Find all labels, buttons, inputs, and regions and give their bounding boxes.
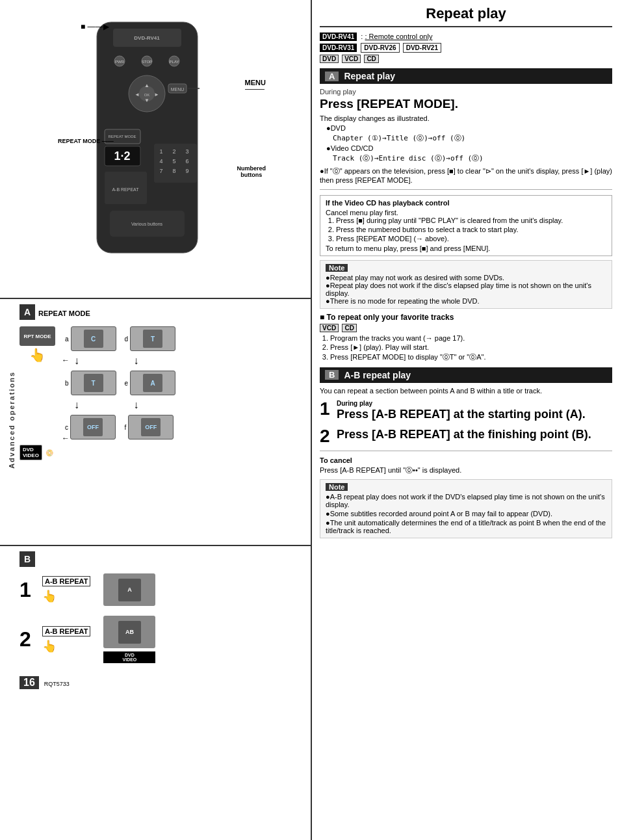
sub-text: The display changes as illustrated. — [320, 114, 612, 122]
repeat-mode-arrow-label: REPEAT MODE —— — [58, 138, 114, 144]
dvd-flow: Chapter (①)→Title (⓪)→off (⓪) — [333, 133, 612, 143]
section-b-diagrams: B 1 A-B REPEAT 👆 A 2 A-B REPEAT 👆 — [0, 546, 311, 694]
section-b-heading: A-B repeat play — [344, 370, 411, 380]
svg-text:A-B REPEAT: A-B REPEAT — [112, 187, 139, 192]
note-repeat-mode: ●If "⓪" appears on the television, press… — [320, 166, 612, 184]
info-list: Press [■] during play until "PBC PLAY" i… — [336, 217, 606, 243]
note-title-b: Note — [326, 483, 348, 491]
model-suffix: : : Remote control only — [361, 33, 432, 40]
model-row-2: DVD-RV31 DVD-RV26 DVD-RV21 — [320, 43, 612, 53]
svg-text:STOP: STOP — [142, 60, 152, 64]
remote-section: DVD-RV41 PWR STOP PLAY ▲ ▼ ◄ ► OK MENU — [0, 0, 311, 299]
step-b-1: 1 During play Press [A-B REPEAT] at the … — [320, 400, 612, 422]
note-box-a: Note ●Repeat play may not work as desire… — [320, 260, 612, 309]
svg-text:1·2: 1·2 — [114, 150, 130, 163]
info-item-2: Press the numbered buttons to select a t… — [336, 226, 606, 233]
svg-text:1: 1 — [159, 148, 162, 155]
menu-arrow-label: MENU — [245, 79, 266, 90]
svg-text:◄: ◄ — [135, 92, 140, 98]
note-item-3: ●There is no mode for repeating the whol… — [326, 297, 606, 305]
repeat-mode-heading: REPEAT MODE — [38, 309, 90, 317]
section-b-box: B — [19, 551, 35, 567]
svg-text:5: 5 — [172, 158, 175, 164]
note-b-item-2: ●Some subtitles recorded around point A … — [326, 510, 606, 518]
svg-text:Various buttons: Various buttons — [131, 222, 163, 226]
fav-vcd: VCD — [320, 324, 339, 332]
format-dvd: DVD — [320, 55, 339, 63]
step-b-2: 2 Press [A-B REPEAT] at the finishing po… — [320, 427, 612, 445]
info-item-1: Press [■] during play until "PBC PLAY" i… — [336, 217, 606, 224]
svg-text:OK: OK — [144, 93, 150, 97]
model-row-1: DVD-RV41 : : Remote control only — [320, 33, 612, 41]
section-a-header: A Repeat play — [320, 68, 612, 84]
vcd-flow: Track (⓪)→Entire disc (⓪)→off (⓪) — [333, 153, 612, 163]
section-a-letter: A — [325, 72, 339, 81]
svg-text:▲: ▲ — [144, 83, 149, 88]
to-cancel-text: Press [A-B REPEAT] until "⓪••" is displa… — [320, 466, 612, 475]
big-instruction: Press [REPEAT MODE]. — [320, 97, 612, 112]
step-b-2-text: Press [A-B REPEAT] at the finishing poin… — [337, 427, 612, 442]
to-cancel-label: To cancel — [320, 456, 612, 464]
note-item-2: ●Repeat play does not work if the disc's… — [326, 282, 606, 297]
note-title-a: Note — [326, 264, 348, 272]
divider-2 — [320, 451, 612, 451]
stop-arrow: ■ ——▶ — [81, 22, 109, 31]
section-a-diagrams: A REPEAT MODE RPT MODE 👆 a C — [0, 299, 311, 546]
page-number: 16 — [19, 676, 39, 689]
step-b-1-during: During play — [337, 400, 612, 407]
section-a-heading: Repeat play — [344, 71, 395, 81]
note-box-b: Note ●A-B repeat play does not work if t… — [320, 479, 612, 538]
format-cd: CD — [364, 55, 378, 63]
fav-heading: ■ To repeat only your favorite tracks — [320, 313, 612, 322]
svg-text:PLAY: PLAY — [170, 60, 179, 64]
section-b-intro: You can repeat a section between points … — [320, 387, 612, 395]
dvd-label: ●DVD — [326, 124, 612, 132]
model-tag-rv31: DVD-RV31 — [320, 44, 357, 52]
step-b-1-num: 1 — [320, 400, 333, 418]
fav-cd: CD — [342, 324, 356, 332]
fav-item-2: Press [►] (play). Play will start. — [330, 343, 612, 351]
fav-tracks-section: ■ To repeat only your favorite tracks VC… — [320, 313, 612, 362]
svg-text:8: 8 — [172, 168, 175, 174]
step-b-1-text: Press [A-B REPEAT] at the starting point… — [337, 407, 612, 422]
model-tag-rv21: DVD-RV21 — [403, 43, 441, 53]
svg-text:PWR: PWR — [115, 60, 125, 64]
right-panel: Repeat play DVD-RV41 : : Remote control … — [312, 0, 620, 840]
svg-text:6: 6 — [185, 158, 188, 164]
svg-text:9: 9 — [185, 168, 188, 174]
fav-item-3: Press [REPEAT MODE] to display "⓪T" or "… — [330, 352, 612, 362]
info-title: If the Video CD has playback control — [326, 199, 606, 207]
info-item-3: Press [REPEAT MODE] (→ above). — [336, 235, 606, 243]
svg-text:4: 4 — [159, 158, 162, 164]
svg-text:MENU: MENU — [171, 87, 185, 92]
svg-text:▼: ▼ — [144, 98, 149, 103]
left-panel: Advanced operations DVD-RV41 PWR STOP PL… — [0, 0, 312, 840]
model-tag-rv26: DVD-RV26 — [361, 43, 399, 53]
page-title: Repeat play — [320, 5, 612, 27]
svg-text:7: 7 — [159, 168, 162, 174]
svg-text:3: 3 — [185, 148, 188, 155]
section-b-letter: B — [325, 370, 339, 380]
note-b-item-1: ●A-B repeat play does not work if the DV… — [326, 493, 606, 508]
svg-text:►: ► — [154, 92, 159, 98]
vcd-label: ●Video CD/CD — [326, 144, 612, 152]
page-code: RQT5733 — [44, 681, 70, 687]
section-a-box: A — [19, 304, 35, 320]
svg-text:DVD-RV41: DVD-RV41 — [134, 35, 160, 41]
model-tag-rv41: DVD-RV41 — [320, 33, 357, 41]
model-row-3: DVD VCD CD — [320, 55, 612, 63]
during-play-label: During play — [320, 88, 612, 96]
note-item-1: ●Repeat play may not work as desired wit… — [326, 274, 606, 282]
fav-item-1: Program the tracks you want (→ page 17). — [330, 334, 612, 342]
section-b-header: B A-B repeat play — [320, 367, 612, 383]
divider-1 — [320, 189, 612, 190]
fav-list: Program the tracks you want (→ page 17).… — [330, 334, 612, 362]
numbered-buttons-label: Numberedbuttons — [237, 165, 266, 178]
format-vcd: VCD — [342, 55, 361, 63]
info-footer: To return to menu play, press [■] and pr… — [326, 244, 606, 252]
svg-text:2: 2 — [172, 148, 175, 155]
note-b-item-3: ●The unit automatically determines the e… — [326, 519, 606, 534]
step-b-2-num: 2 — [320, 427, 333, 445]
vcd-info-box: If the Video CD has playback control Can… — [320, 195, 612, 256]
info-cancel: Cancel menu play first. — [326, 209, 606, 217]
